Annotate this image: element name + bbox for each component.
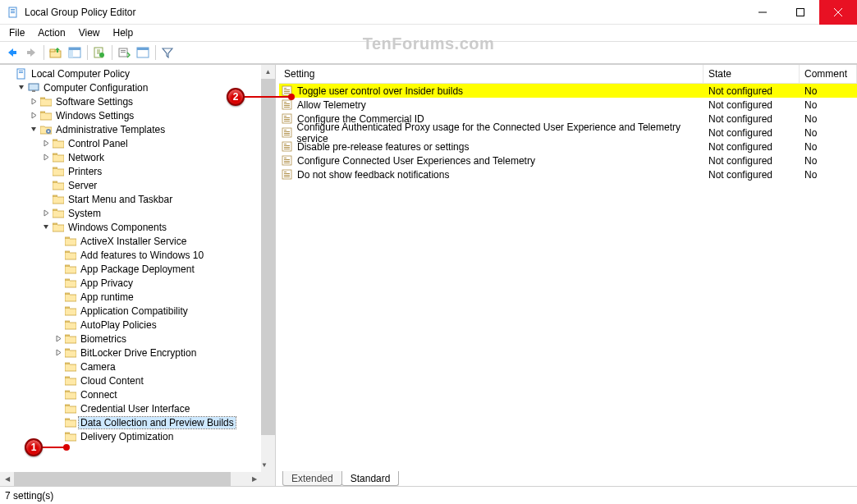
main-area: Local Computer Policy Computer Configura… [0, 64, 857, 486]
tree-item-label: Control Panel [66, 138, 130, 149]
tree-item[interactable]: Biometrics [3, 332, 275, 346]
tree-item-label: System [66, 208, 103, 219]
cell-setting: Configure Connected User Experiences and… [279, 155, 703, 167]
tree-item[interactable]: Application Compatibility [3, 304, 275, 318]
back-button[interactable] [3, 44, 21, 62]
tree-item[interactable]: App Privacy [3, 276, 275, 290]
chevron-right-icon[interactable] [40, 140, 52, 147]
column-header-state[interactable]: State [703, 65, 800, 83]
chevron-down-icon[interactable] [40, 223, 52, 231]
setting-name: Configure Connected User Experiences and… [297, 155, 535, 167]
scroll-hthumb[interactable] [14, 472, 231, 486]
close-button[interactable] [819, 0, 857, 25]
cell-setting: Toggle user control over Insider builds [279, 85, 703, 97]
status-text: 7 setting(s) [5, 490, 53, 502]
toolbar-separator [112, 45, 112, 60]
tree-item-label: AutoPlay Policies [79, 319, 158, 331]
chevron-right-icon[interactable] [53, 349, 64, 356]
forward-button[interactable] [22, 44, 40, 62]
tree-item-label: Windows Settings [54, 110, 135, 121]
tree-item[interactable]: BitLocker Drive Encryption [3, 346, 275, 360]
tree-item[interactable]: App runtime [3, 290, 275, 304]
chevron-right-icon[interactable] [53, 335, 64, 342]
export-list-button[interactable] [115, 44, 133, 62]
tree-pane: Local Computer Policy Computer Configura… [0, 65, 276, 486]
tree-item[interactable]: Add features to Windows 10 [3, 248, 275, 262]
scroll-left-button[interactable]: ◀ [0, 472, 14, 486]
list-row[interactable]: Toggle user control over Insider buildsN… [279, 84, 857, 98]
tree-item[interactable]: AutoPlay Policies [3, 318, 275, 332]
tab-standard[interactable]: Standard [341, 471, 400, 486]
column-header-setting[interactable]: Setting [279, 65, 703, 83]
folder-icon [52, 180, 65, 191]
tree-vertical-scrollbar[interactable]: ▲ ▼ [261, 65, 275, 472]
svg-rect-38 [284, 107, 290, 108]
chevron-down-icon[interactable] [16, 84, 27, 91]
list-row[interactable]: Do not show feedback notificationsNot co… [279, 167, 857, 181]
show-hide-tree-button[interactable] [66, 44, 84, 62]
tree-item[interactable]: Camera [3, 360, 275, 373]
tree-item[interactable]: Windows Components [3, 220, 275, 234]
tree-item[interactable]: App Package Deployment [3, 262, 275, 276]
tree-item[interactable]: Administrative Templates [3, 122, 275, 136]
tree-item[interactable]: Connect [3, 387, 275, 401]
tree-root[interactable]: Local Computer Policy [3, 66, 275, 80]
tree-item[interactable]: Credential User Interface [3, 401, 275, 415]
callout-dot [288, 94, 295, 100]
menu-file[interactable]: File [3, 25, 30, 40]
statusbar: 7 setting(s) [0, 486, 857, 504]
svg-rect-36 [284, 103, 290, 104]
toolbar-separator [44, 45, 44, 60]
tree-item[interactable]: ActiveX Installer Service [3, 234, 275, 248]
tree-item[interactable]: Server [3, 178, 275, 192]
tree-item[interactable]: Windows Settings [3, 108, 275, 122]
scroll-thumb[interactable] [261, 79, 275, 435]
folder-icon [39, 110, 53, 121]
list-row[interactable]: Configure Connected User Experiences and… [279, 153, 857, 167]
tree-item-label: Software Settings [54, 96, 135, 108]
tree-item[interactable]: Network [3, 150, 275, 164]
policy-setting-icon [281, 99, 294, 111]
folder-icon [64, 389, 77, 401]
cell-comment: No [800, 127, 857, 139]
scroll-htrack[interactable] [14, 472, 247, 486]
tree-item[interactable]: Control Panel [3, 136, 275, 150]
up-level-button[interactable] [47, 44, 65, 62]
policy-icon [15, 68, 28, 80]
maximize-button[interactable] [781, 0, 819, 25]
help-button[interactable] [134, 44, 152, 62]
scroll-track[interactable] [261, 79, 275, 458]
tree-item-label: Add features to Windows 10 [79, 250, 205, 261]
scroll-up-button[interactable]: ▲ [261, 65, 275, 79]
chevron-right-icon[interactable] [40, 153, 52, 161]
tab-extended[interactable]: Extended [282, 471, 342, 486]
tree-item[interactable]: System [3, 206, 275, 220]
tree-item[interactable]: Printers [3, 164, 275, 178]
scroll-down-button[interactable]: ▼ [261, 458, 268, 472]
svg-rect-58 [284, 163, 290, 163]
chevron-down-icon[interactable] [28, 126, 39, 133]
list-row[interactable]: Allow TelemetryNot configuredNo [279, 98, 857, 112]
list-row[interactable]: Configure Authenticated Proxy usage for … [279, 126, 857, 140]
menu-help[interactable]: Help [108, 25, 140, 40]
tree[interactable]: Local Computer Policy Computer Configura… [0, 65, 275, 486]
scroll-right-button[interactable]: ▶ [247, 472, 261, 486]
tree-item[interactable]: Start Menu and Taskbar [3, 192, 275, 206]
chevron-right-icon[interactable] [28, 98, 39, 105]
tree-item[interactable]: Delivery Optimization [3, 429, 275, 443]
chevron-right-icon[interactable] [28, 112, 39, 119]
menu-view[interactable]: View [73, 25, 106, 40]
tree-horizontal-scrollbar[interactable]: ◀ ▶ [0, 472, 275, 486]
menu-action[interactable]: Action [32, 25, 71, 40]
tree-item[interactable]: Cloud Content [3, 373, 275, 387]
list-row[interactable]: Disable pre-release features or settings… [279, 140, 857, 153]
svg-rect-50 [284, 144, 286, 144]
minimize-button[interactable] [744, 0, 781, 25]
chevron-right-icon[interactable] [40, 209, 52, 217]
column-header-comment[interactable]: Comment [800, 65, 857, 83]
window-title: Local Group Policy Editor [25, 7, 135, 18]
tree-item-label: Camera [79, 361, 117, 373]
refresh-button[interactable] [90, 44, 108, 62]
tree-item[interactable]: Data Collection and Preview Builds [3, 415, 275, 429]
filter-button[interactable] [158, 44, 176, 62]
